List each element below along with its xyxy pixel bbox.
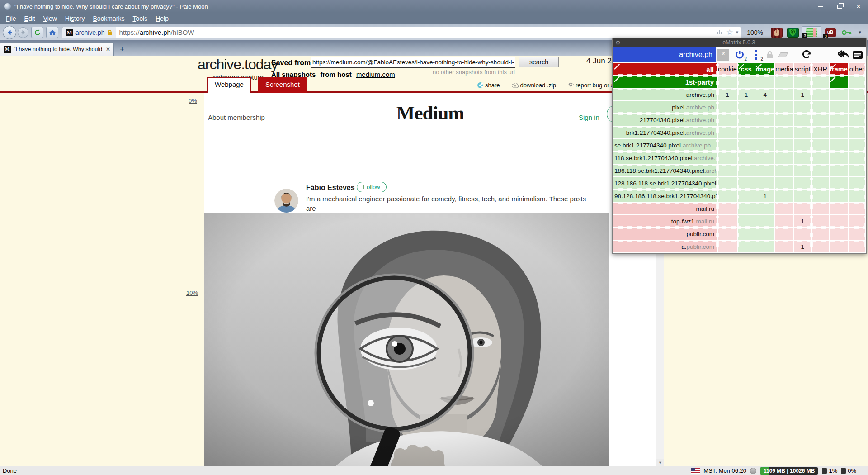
ematrix-row-top-fwz1-mail-ru[interactable]: top-fwz1.mail.ru (613, 215, 717, 227)
ematrix-cell[interactable] (830, 215, 848, 227)
menu-edit[interactable]: Edit (20, 14, 39, 24)
ematrix-cell[interactable] (830, 89, 848, 100)
menu-tools[interactable]: Tools (128, 14, 151, 24)
ematrix-cell[interactable] (849, 203, 865, 214)
ematrix-cell[interactable] (830, 114, 848, 126)
ematrix-cell[interactable] (718, 228, 737, 240)
ematrix-cell[interactable] (812, 89, 829, 100)
ematrix-cell[interactable] (849, 139, 865, 151)
ematrix-cell[interactable] (794, 139, 811, 151)
ematrix-cell[interactable] (755, 127, 774, 138)
ematrix-header-image[interactable]: image (755, 63, 774, 75)
ematrix-cell[interactable] (830, 152, 848, 164)
ematrix-cell[interactable] (794, 127, 811, 138)
ematrix-cell[interactable] (738, 215, 755, 227)
ematrix-cell[interactable] (775, 89, 793, 100)
ematrix-cell[interactable] (775, 215, 793, 227)
back-button[interactable] (3, 26, 16, 39)
menu-file[interactable]: File (2, 14, 20, 24)
archive-logo[interactable]: archive.today (198, 56, 278, 73)
ext-ematrix-button[interactable]: 3 (802, 26, 821, 39)
gear-icon[interactable]: ⚙ (615, 39, 621, 46)
ext-key-button[interactable] (839, 26, 854, 39)
memory-meter[interactable]: 1109 MB | 10026 MB (760, 467, 818, 475)
ematrix-row-1st-party[interactable]: 1st-party (613, 76, 717, 88)
ematrix-cell[interactable] (849, 76, 865, 88)
ematrix-cell[interactable]: 1 (738, 89, 755, 100)
ematrix-cell[interactable] (775, 101, 793, 113)
ematrix-cell[interactable] (775, 76, 793, 88)
ext-cookies-button[interactable] (769, 26, 784, 39)
ematrix-cell[interactable] (718, 190, 737, 202)
ematrix-cell[interactable]: 1 (794, 215, 811, 227)
host-link[interactable]: medium.com (356, 71, 395, 78)
share-link[interactable]: share (477, 82, 500, 89)
ematrix-header-media[interactable]: media (775, 63, 793, 75)
ematrix-row-publir-com[interactable]: publir.com (613, 228, 717, 240)
author-name[interactable]: Fábio Esteves (306, 184, 355, 192)
ematrix-row-se-brk1-217704340-pixel-archive-ph[interactable]: se.brk1.217704340.pixel.archive.ph (613, 139, 717, 151)
ematrix-cell[interactable] (755, 139, 774, 151)
ematrix-cell[interactable] (738, 190, 755, 202)
ematrix-cell[interactable] (849, 89, 865, 100)
ematrix-cell[interactable] (718, 241, 737, 252)
ematrix-cell[interactable] (830, 101, 848, 113)
ematrix-cell[interactable] (849, 127, 865, 138)
ematrix-cell[interactable] (775, 203, 793, 214)
ematrix-cell[interactable] (812, 215, 829, 227)
ematrix-cell[interactable] (849, 101, 865, 113)
ematrix-cell[interactable] (718, 203, 737, 214)
ematrix-cell[interactable] (794, 190, 811, 202)
search-button[interactable]: search (519, 57, 559, 67)
menu-help[interactable]: Help (151, 14, 173, 24)
ematrix-cell[interactable] (812, 139, 829, 151)
ematrix-cell[interactable] (775, 241, 793, 252)
ematrix-row-brk1-217704340-pixel-archive-ph[interactable]: brk1.217704340.pixel.archive.ph (613, 127, 717, 138)
ematrix-row-a-publir-com[interactable]: a.publir.com (613, 241, 717, 252)
ematrix-power-button[interactable]: 2 (733, 48, 746, 61)
ematrix-cell[interactable] (849, 114, 865, 126)
author-avatar[interactable] (274, 189, 298, 213)
ematrix-header-all[interactable]: all (613, 63, 717, 75)
saved-url-input[interactable] (311, 57, 515, 68)
ematrix-cell[interactable] (718, 76, 737, 88)
menu-bookmarks[interactable]: Bookmarks (89, 14, 128, 24)
ematrix-cell[interactable] (718, 165, 737, 176)
ematrix-cell[interactable] (830, 127, 848, 138)
ematrix-header-other[interactable]: other (849, 63, 865, 75)
ematrix-cell[interactable]: 1 (755, 190, 774, 202)
ematrix-cell[interactable] (755, 101, 774, 113)
site-identity-chip[interactable]: M archive.ph (62, 27, 116, 38)
ematrix-scope-selector[interactable]: archive.ph (613, 47, 716, 62)
ematrix-cell[interactable] (794, 114, 811, 126)
ematrix-cell[interactable] (755, 177, 774, 189)
ematrix-cell[interactable] (849, 228, 865, 240)
tab-close-icon[interactable]: ✕ (106, 46, 110, 52)
ematrix-cell[interactable] (830, 203, 848, 214)
ematrix-row-archive-ph[interactable]: archive.ph (613, 89, 717, 100)
ematrix-cell[interactable] (775, 190, 793, 202)
ematrix-cell[interactable] (738, 139, 755, 151)
ruler-10pct[interactable]: 10% (186, 290, 198, 296)
ematrix-header-css[interactable]: css (738, 63, 755, 75)
tab-screenshot[interactable]: Screenshot (258, 77, 307, 93)
ematrix-cell[interactable] (755, 114, 774, 126)
follow-button[interactable]: Follow (357, 182, 387, 192)
ematrix-cell[interactable] (812, 241, 829, 252)
ematrix-cell[interactable] (755, 76, 774, 88)
menu-history[interactable]: History (61, 14, 89, 24)
ematrix-cell[interactable] (849, 241, 865, 252)
ematrix-cell[interactable] (775, 228, 793, 240)
tab-webpage[interactable]: Webpage (207, 77, 251, 93)
tab-current[interactable]: M "I have nothing to hide. Why should I.… (0, 42, 114, 56)
minimize-button[interactable] (811, 0, 830, 12)
ematrix-cell[interactable] (812, 127, 829, 138)
ematrix-row-118-se-brk1-217704340-pixel-archive-ph[interactable]: 118.se.brk1.217704340.pixel.archive.ph (613, 152, 717, 164)
ematrix-cell[interactable] (812, 114, 829, 126)
bookmark-star-icon[interactable]: ☆ (726, 28, 733, 37)
ematrix-cell[interactable] (775, 127, 793, 138)
ematrix-cell[interactable] (812, 190, 829, 202)
scroll-down-icon[interactable]: ▼ (656, 459, 664, 466)
home-button[interactable] (46, 27, 58, 38)
ematrix-cell[interactable] (812, 203, 829, 214)
